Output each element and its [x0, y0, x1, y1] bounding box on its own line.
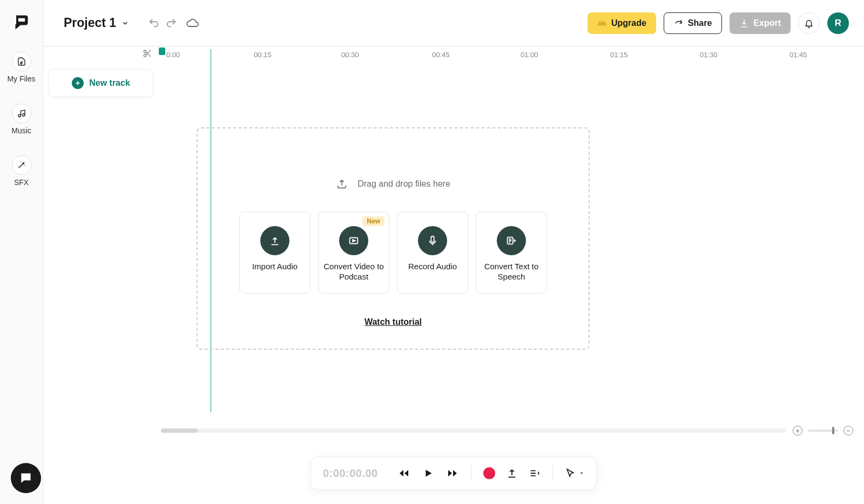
chat-icon	[19, 471, 33, 485]
chevron-down-icon	[122, 19, 129, 27]
chat-support-button[interactable]	[11, 463, 41, 493]
card-import-audio[interactable]: Import Audio	[239, 212, 310, 294]
new-badge: New	[362, 216, 384, 226]
dropzone-hint: Drag and drop files here	[336, 178, 450, 190]
cut-tool-icon[interactable]	[143, 49, 152, 58]
left-sidebar: My Files Music SFX	[0, 0, 43, 504]
card-record-audio[interactable]: Record Audio	[397, 212, 468, 294]
watch-tutorial-link[interactable]: Watch tutorial	[364, 317, 422, 327]
plus-icon	[72, 77, 84, 89]
sidebar-item-music[interactable]: Music	[11, 104, 31, 135]
play-button[interactable]	[422, 467, 434, 479]
svg-point-4	[144, 50, 146, 53]
record-icon	[483, 467, 495, 479]
sidebar-item-label: Music	[11, 126, 31, 135]
card-label: Convert Text to Speech	[481, 262, 542, 282]
sidebar-item-label: My Files	[7, 74, 35, 83]
tracks-button[interactable]	[529, 467, 541, 479]
zoom-out-button[interactable]: −	[843, 426, 853, 435]
zoom-slider[interactable]	[808, 430, 838, 432]
new-track-label: New track	[89, 78, 130, 88]
text-speech-icon	[497, 226, 526, 255]
download-icon	[739, 18, 749, 28]
export-button[interactable]: Export	[730, 12, 791, 34]
editor-area: 0:00 00:15 00:30 00:45 01:00 01:15 01:30…	[43, 46, 864, 504]
zoom-in-button[interactable]: +	[793, 426, 802, 435]
avatar-initial: R	[835, 18, 841, 29]
file-music-icon	[12, 52, 31, 71]
dropzone-hint-text: Drag and drop files here	[357, 179, 450, 189]
rewind-button[interactable]	[397, 467, 410, 480]
share-label: Share	[688, 18, 712, 28]
bell-icon	[804, 18, 814, 28]
ruler-label: 00:30	[341, 51, 359, 59]
video-icon	[339, 226, 368, 255]
app-logo[interactable]	[12, 12, 31, 31]
wand-icon	[12, 155, 31, 175]
avatar[interactable]: R	[827, 12, 849, 34]
caret-down-icon	[579, 471, 584, 476]
card-label: Record Audio	[408, 262, 457, 272]
card-label: Convert Video to Podcast	[323, 262, 384, 282]
crown-icon	[597, 18, 607, 28]
microphone-icon	[418, 226, 447, 255]
project-title-text: Project 1	[64, 16, 116, 30]
music-icon	[12, 104, 31, 123]
share-button[interactable]: Share	[664, 12, 722, 34]
cursor-tool-dropdown[interactable]	[565, 468, 584, 479]
export-label: Export	[753, 18, 781, 28]
horizontal-scrollbar[interactable]	[161, 428, 786, 433]
share-icon	[674, 18, 684, 28]
undo-button[interactable]	[145, 15, 163, 32]
ruler-label: 00:15	[254, 51, 272, 59]
sidebar-item-label: SFX	[14, 178, 29, 187]
sidebar-item-my-files[interactable]: My Files	[7, 52, 35, 83]
timeline-ruler[interactable]: 0:00 00:15 00:30 00:45 01:00 01:15 01:30…	[159, 46, 853, 63]
redo-button[interactable]	[163, 15, 180, 32]
card-text-to-speech[interactable]: Convert Text to Speech	[476, 212, 547, 294]
playhead-handle[interactable]	[159, 47, 165, 55]
ruler-label: 01:00	[521, 51, 538, 59]
upload-icon	[260, 226, 289, 255]
topbar: Project 1 Upgrade Share Export R	[43, 0, 864, 46]
sidebar-item-sfx[interactable]: SFX	[12, 155, 31, 187]
timecode: 0:00:00.00	[323, 467, 387, 480]
ruler-label: 01:15	[610, 51, 628, 59]
upload-button[interactable]	[506, 467, 518, 479]
ruler-label: 01:45	[789, 51, 807, 59]
divider	[471, 465, 471, 481]
player-bar: 0:00:00.00	[310, 457, 597, 490]
notifications-button[interactable]	[798, 12, 820, 34]
ruler-label: 0:00	[166, 51, 180, 59]
record-button[interactable]	[483, 467, 495, 479]
svg-rect-7	[431, 236, 434, 242]
cursor-icon	[565, 468, 576, 479]
upgrade-label: Upgrade	[611, 18, 646, 28]
upgrade-button[interactable]: Upgrade	[588, 12, 656, 34]
watch-tutorial-label: Watch tutorial	[364, 317, 422, 326]
zoom-row: + −	[161, 425, 853, 436]
forward-button[interactable]	[446, 467, 459, 480]
card-convert-video[interactable]: New Convert Video to Podcast	[318, 212, 389, 294]
divider	[552, 465, 553, 481]
svg-rect-0	[18, 18, 25, 22]
zoom-slider-thumb[interactable]	[832, 427, 834, 434]
scrollbar-thumb[interactable]	[161, 428, 198, 433]
dropzone[interactable]: Drag and drop files here Import Audio Ne…	[197, 127, 590, 350]
project-title-dropdown[interactable]: Project 1	[64, 16, 129, 30]
cloud-sync-button[interactable]	[184, 15, 201, 32]
ruler-label: 00:45	[432, 51, 450, 59]
svg-point-5	[144, 55, 146, 57]
upload-icon	[336, 178, 348, 190]
new-track-button[interactable]: New track	[49, 69, 153, 97]
ruler-label: 01:30	[700, 51, 718, 59]
card-label: Import Audio	[252, 262, 298, 272]
